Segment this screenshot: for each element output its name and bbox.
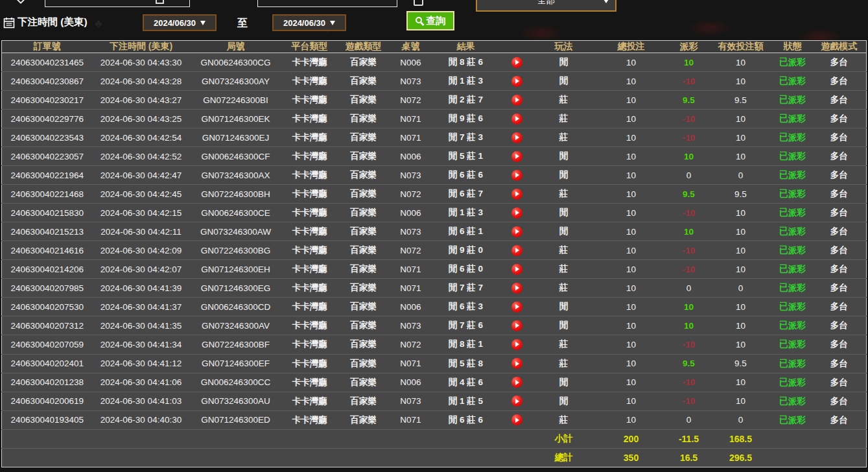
- column-header: 遊戲類型: [338, 41, 390, 53]
- search-button[interactable]: 查詢: [406, 11, 454, 30]
- play-video-button[interactable]: [511, 57, 522, 68]
- cell: [500, 110, 535, 128]
- cell: N073: [390, 316, 432, 335]
- play-video-button[interactable]: [511, 301, 522, 313]
- calendar-icon: [3, 17, 15, 29]
- cell: 10: [709, 222, 773, 241]
- cell: 多台: [812, 410, 867, 429]
- cell: 閒: [535, 373, 593, 392]
- cell: 已派彩: [773, 110, 812, 128]
- cell: 多台: [812, 110, 867, 128]
- cell: 卡卡灣廳: [282, 53, 338, 72]
- cell: GN006246300CG: [190, 53, 282, 72]
- cell: 已派彩: [773, 53, 812, 72]
- cell: 閒 7 莊 3: [432, 128, 500, 147]
- cell: GN071246300EF: [190, 354, 282, 373]
- cell: 240630040193405: [2, 410, 93, 429]
- play-video-button[interactable]: [511, 283, 522, 294]
- cell: [773, 429, 812, 448]
- cell: 閒 6 莊 6: [432, 410, 500, 429]
- cell: [500, 298, 535, 316]
- cell: N006: [390, 373, 432, 392]
- cell: 2024-06-30 04:41:12: [93, 354, 190, 373]
- cell: 10: [593, 279, 670, 298]
- play-video-button[interactable]: [511, 358, 522, 369]
- cell: 10: [709, 204, 773, 222]
- cell: 0: [670, 279, 709, 298]
- bet-records-table: 訂單號下注時間 (美東)局號平台類型遊戲類型桌號結果玩法總投注派彩有效投注額狀態…: [1, 40, 867, 467]
- cell: 2024-06-30 04:42:54: [93, 128, 190, 147]
- play-icon: [515, 78, 519, 84]
- play-video-button[interactable]: [511, 264, 522, 275]
- play-video-button[interactable]: [511, 339, 522, 350]
- cell: -10: [670, 260, 709, 279]
- table-row: 2406300402314652024-06-30 04:43:30GN0062…: [2, 53, 867, 72]
- filter-input-2[interactable]: [257, 0, 397, 7]
- cell: 已派彩: [773, 279, 812, 298]
- filter-input-1[interactable]: [45, 0, 190, 7]
- play-video-button[interactable]: [511, 207, 522, 218]
- play-video-button[interactable]: [511, 395, 522, 407]
- cell: GN072246300BG: [190, 241, 282, 260]
- cell: 閒: [535, 222, 593, 241]
- play-video-button[interactable]: [511, 132, 522, 143]
- play-video-button[interactable]: [511, 76, 522, 87]
- play-icon: [515, 154, 519, 159]
- cell: 10: [593, 204, 670, 222]
- cell: 2024-06-30 04:41:03: [93, 392, 190, 410]
- cell: 240630040230867: [2, 72, 93, 91]
- play-video-button[interactable]: [511, 414, 522, 425]
- cell: 10: [709, 53, 773, 72]
- date-to-select[interactable]: 2024/06/30: [272, 14, 346, 31]
- cell: N072: [390, 185, 432, 204]
- play-icon: [515, 229, 519, 234]
- cell: -10: [670, 72, 709, 91]
- table-row: 2406300402146162024-06-30 04:42:09GN0722…: [2, 241, 867, 260]
- cell: 10: [593, 222, 670, 241]
- date-from-select[interactable]: 2024/06/30: [143, 14, 217, 31]
- cell: [500, 222, 535, 241]
- table-row: 2406300402073122024-06-30 04:41:35GN0732…: [2, 316, 867, 335]
- cell: N072: [390, 91, 432, 110]
- cell: [812, 429, 867, 448]
- cell: 2024-06-30 04:41:39: [93, 279, 190, 298]
- cell: 閒: [535, 316, 593, 335]
- play-video-button[interactable]: [511, 377, 522, 388]
- cell: 卡卡灣廳: [282, 91, 338, 110]
- cell: [500, 448, 535, 467]
- play-video-button[interactable]: [511, 245, 522, 256]
- play-video-button[interactable]: [511, 95, 522, 106]
- table-row: 2406300402214682024-06-30 04:42:45GN0722…: [2, 185, 867, 204]
- filter-dropdown[interactable]: 全部: [476, 0, 616, 12]
- cell: 2024-06-30 04:42:45: [93, 185, 190, 204]
- cell: 10: [709, 147, 773, 166]
- play-icon: [515, 97, 519, 102]
- cell: [338, 448, 390, 467]
- play-video-button[interactable]: [511, 170, 522, 181]
- background-artifact: [519, 25, 564, 41]
- cell: 百家樂: [338, 185, 390, 204]
- cell: 閒: [535, 298, 593, 316]
- cell: 莊: [535, 335, 593, 354]
- cell: 10: [593, 410, 670, 429]
- cell: 總計: [535, 448, 593, 467]
- cell: -11.5: [670, 429, 709, 448]
- cell: 2024-06-30 04:40:30: [93, 410, 190, 429]
- cell: 百家樂: [338, 72, 390, 91]
- cell: 350: [593, 448, 670, 467]
- cell: [500, 410, 535, 429]
- cell: 百家樂: [338, 166, 390, 185]
- cell: 閒 1 莊 5: [432, 392, 500, 410]
- play-video-button[interactable]: [511, 113, 522, 124]
- cell: 10: [670, 53, 709, 72]
- cell: 10: [709, 72, 773, 91]
- play-video-button[interactable]: [511, 320, 522, 331]
- cell: 閒 9 莊 6: [432, 110, 500, 128]
- play-video-button[interactable]: [511, 151, 522, 162]
- play-video-button[interactable]: [511, 226, 522, 237]
- play-video-button[interactable]: [511, 189, 522, 200]
- play-icon: [515, 266, 519, 272]
- cell: [500, 354, 535, 373]
- cell: [500, 128, 535, 147]
- cell: 莊: [535, 128, 593, 147]
